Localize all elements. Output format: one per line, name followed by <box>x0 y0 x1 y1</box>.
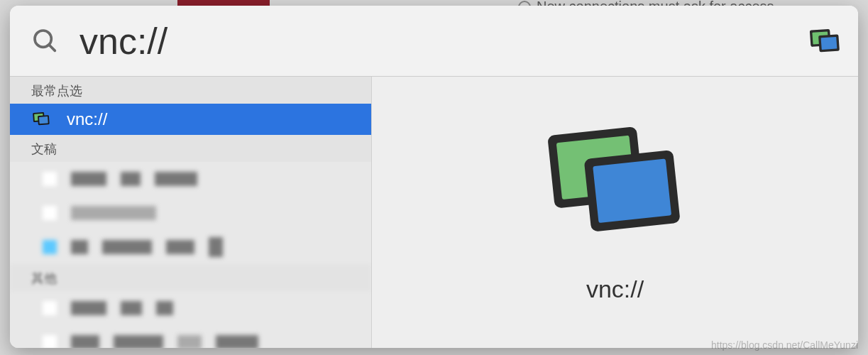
screen-sharing-icon <box>807 27 842 57</box>
screen-sharing-icon <box>31 111 51 128</box>
search-icon <box>31 27 60 55</box>
redacted-text <box>71 172 106 186</box>
screen-sharing-icon <box>541 122 690 250</box>
redacted-text <box>166 240 194 254</box>
spotlight-window: 最常点选 vnc:// 文稿 <box>10 6 858 348</box>
file-icon <box>43 206 57 220</box>
redacted-text <box>121 172 141 186</box>
category-label-other: 其他 <box>10 264 371 291</box>
preview-title: vnc:// <box>586 275 644 303</box>
search-bar <box>10 6 858 77</box>
results-list: 最常点选 vnc:// 文稿 <box>10 77 372 348</box>
redacted-text <box>102 240 152 254</box>
result-item-label: vnc:// <box>67 109 107 129</box>
watermark-text: https://blog.csdn.net/CallMeYunzi <box>711 339 858 351</box>
redacted-text <box>114 335 163 348</box>
redacted-text <box>71 206 156 220</box>
redacted-text <box>121 301 142 315</box>
svg-line-1 <box>49 45 55 50</box>
file-icon <box>43 172 57 186</box>
redacted-text <box>209 237 223 257</box>
redacted-text <box>156 301 173 315</box>
redacted-text <box>216 335 258 348</box>
list-item[interactable] <box>10 162 371 196</box>
list-item[interactable] <box>10 291 371 325</box>
file-icon <box>43 301 57 315</box>
preview-pane: vnc:// <box>372 77 858 348</box>
list-item[interactable] <box>10 230 371 264</box>
redacted-text <box>177 335 202 348</box>
list-item[interactable] <box>10 196 371 230</box>
redacted-text <box>155 172 197 186</box>
spotlight-search-input[interactable] <box>60 20 837 62</box>
category-label-top-hits: 最常点选 <box>10 77 371 104</box>
svg-rect-5 <box>821 37 837 50</box>
result-item-vnc[interactable]: vnc:// <box>10 104 371 135</box>
file-icon <box>43 335 57 348</box>
svg-rect-9 <box>39 116 48 124</box>
redacted-text <box>71 240 88 254</box>
list-item[interactable] <box>10 325 371 348</box>
svg-rect-13 <box>593 158 671 223</box>
category-label-documents: 文稿 <box>10 135 371 162</box>
file-icon <box>43 240 57 254</box>
redacted-text <box>71 301 106 315</box>
redacted-text <box>71 335 99 348</box>
